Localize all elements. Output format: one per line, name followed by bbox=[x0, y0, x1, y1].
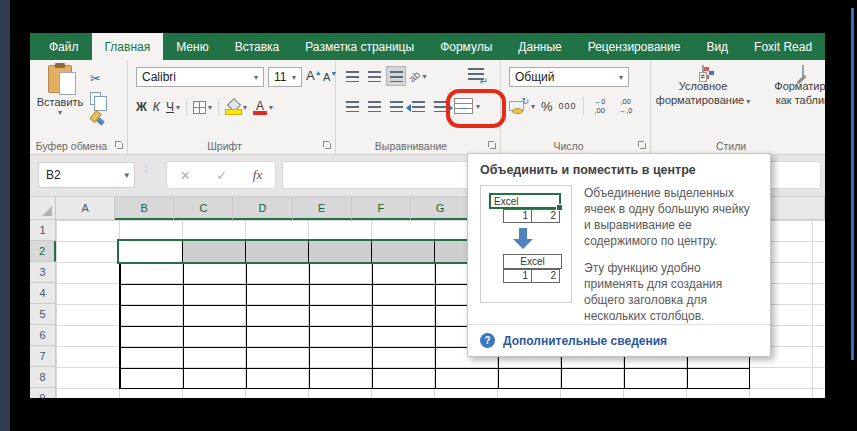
chevron-down-icon[interactable]: ▾ bbox=[34, 108, 86, 117]
cancel-icon[interactable]: ✕ bbox=[180, 168, 191, 183]
tab-review[interactable]: Рецензирование bbox=[575, 33, 694, 60]
fill-color-icon bbox=[225, 99, 241, 115]
column-header-e[interactable]: E bbox=[293, 197, 352, 220]
row-header-6[interactable]: 6 bbox=[30, 325, 56, 346]
name-box[interactable]: B2 bbox=[38, 162, 135, 188]
tab-insert[interactable]: Вставка bbox=[222, 33, 293, 60]
tab-page-layout[interactable]: Разметка страницы bbox=[292, 33, 427, 60]
row-header-8[interactable]: 8 bbox=[30, 367, 56, 388]
align-right-button[interactable] bbox=[386, 96, 406, 116]
orientation-button[interactable]: ab bbox=[408, 66, 428, 86]
group-number: Общий ↻ % 000 ←0 ,00 ,00 →,0 Число bbox=[501, 60, 651, 154]
column-header-a[interactable]: A bbox=[56, 197, 115, 220]
divider bbox=[218, 98, 219, 116]
wrap-text-button[interactable] bbox=[468, 68, 484, 82]
cut-button[interactable]: ✂ bbox=[90, 68, 120, 88]
borders-button[interactable] bbox=[193, 101, 212, 114]
tooltip-text: Объединение выделенных ячеек в одну боль… bbox=[584, 185, 758, 324]
merge-illustration: Excel 1 2 Excel 1 2 bbox=[480, 185, 572, 303]
excel-window: Файл Главная Меню Вставка Разметка стран… bbox=[30, 33, 825, 398]
format-as-table-label2: как таблиц bbox=[755, 93, 825, 107]
format-painter-button[interactable] bbox=[90, 108, 120, 128]
font-group-label: Шрифт bbox=[128, 140, 321, 152]
clipboard-group-label: Буфер обмена bbox=[30, 140, 113, 152]
font-size-combo[interactable]: 11 bbox=[268, 67, 302, 87]
increase-decimal-button[interactable]: ←0 ,00 bbox=[590, 97, 610, 115]
dialog-launcher-icon[interactable] bbox=[638, 141, 646, 149]
decrease-indent-button[interactable] bbox=[408, 96, 428, 116]
accounting-format-button[interactable]: ↻ bbox=[509, 98, 535, 114]
insert-function-button[interactable]: fx bbox=[253, 167, 262, 183]
percent-style-button[interactable]: % bbox=[541, 99, 553, 114]
clipboard-mini-buttons: ✂ bbox=[90, 68, 120, 128]
italic-button[interactable]: К bbox=[153, 100, 160, 114]
tab-foxit[interactable]: Foxit Read bbox=[741, 33, 825, 60]
number-format-combo[interactable]: Общий bbox=[509, 67, 629, 87]
chevron-down-icon[interactable]: ▾ bbox=[476, 102, 480, 111]
merge-center-icon bbox=[454, 98, 473, 114]
column-header-g[interactable]: G bbox=[411, 197, 470, 220]
dialog-launcher-icon[interactable] bbox=[488, 141, 496, 149]
align-right-icon bbox=[390, 101, 403, 112]
increase-font-button[interactable]: A▲ bbox=[306, 68, 322, 83]
font-buttons-row: Ж К Ч А bbox=[136, 96, 273, 118]
font-color-button[interactable]: А bbox=[253, 99, 273, 115]
row-header-3[interactable]: 3 bbox=[30, 262, 56, 283]
row-header-2[interactable]: 2 bbox=[30, 241, 56, 262]
divider bbox=[186, 98, 187, 116]
illustration-number-row: 1 2 bbox=[503, 269, 571, 283]
align-middle-icon bbox=[368, 71, 381, 82]
tab-file[interactable]: Файл bbox=[36, 33, 92, 60]
conditional-formatting-button[interactable]: Условное форматирование bbox=[655, 65, 751, 109]
fill-color-button[interactable] bbox=[225, 99, 247, 115]
align-middle-button[interactable] bbox=[364, 66, 384, 86]
column-header-f[interactable]: F bbox=[352, 197, 411, 220]
tab-data[interactable]: Данные bbox=[505, 33, 574, 60]
comma-style-button[interactable]: 000 bbox=[559, 101, 577, 111]
align-left-button[interactable] bbox=[342, 96, 362, 116]
decrease-decimal-button[interactable]: ,00 →,0 bbox=[616, 97, 636, 115]
divider bbox=[583, 97, 584, 115]
dialog-launcher-icon[interactable] bbox=[115, 141, 123, 149]
dialog-launcher-icon[interactable] bbox=[323, 141, 331, 149]
font-size-value: 11 bbox=[274, 70, 286, 84]
row-header-9[interactable]: 9 bbox=[30, 388, 56, 398]
column-header-b[interactable]: B bbox=[115, 197, 174, 220]
bold-button[interactable]: Ж bbox=[136, 100, 147, 114]
row-header-4[interactable]: 4 bbox=[30, 283, 56, 304]
format-as-table-button[interactable]: Форматиро как таблиц bbox=[755, 65, 825, 107]
increase-indent-button[interactable] bbox=[430, 96, 450, 116]
paste-button[interactable]: Вставить ▾ bbox=[34, 65, 86, 117]
font-name-combo[interactable]: Calibri bbox=[136, 67, 264, 87]
column-header-c[interactable]: C bbox=[174, 197, 233, 220]
tab-formulas[interactable]: Формулы bbox=[427, 33, 505, 60]
enter-icon[interactable]: ✓ bbox=[216, 168, 227, 183]
conditional-formatting-label2: форматирование bbox=[655, 93, 751, 109]
column-header-partial[interactable] bbox=[766, 197, 825, 220]
decrease-indent-icon bbox=[412, 101, 425, 112]
illustration-cell-2: 2 bbox=[531, 209, 560, 223]
desktop-background: Файл Главная Меню Вставка Разметка стран… bbox=[0, 0, 857, 431]
horizontal-align-row bbox=[342, 96, 450, 116]
formula-bar-splitter[interactable]: ⁞ bbox=[142, 164, 150, 175]
merge-and-center-button[interactable]: ▾ bbox=[454, 98, 480, 114]
vertical-align-row: ab bbox=[342, 66, 428, 86]
active-cell-b2[interactable] bbox=[119, 241, 182, 262]
row-header-7[interactable]: 7 bbox=[30, 346, 56, 367]
column-header-d[interactable]: D bbox=[233, 197, 292, 220]
format-as-table-label1: Форматиро bbox=[755, 79, 825, 93]
tab-view[interactable]: Вид bbox=[693, 33, 741, 60]
align-top-button[interactable] bbox=[342, 66, 362, 86]
select-all-button[interactable] bbox=[30, 197, 56, 220]
row-header-5[interactable]: 5 bbox=[30, 304, 56, 325]
illustration-source-cell: Excel bbox=[489, 193, 561, 209]
tab-menu[interactable]: Меню bbox=[163, 33, 221, 60]
align-bottom-button[interactable] bbox=[386, 66, 406, 86]
copy-button[interactable] bbox=[90, 88, 120, 108]
tab-home[interactable]: Главная bbox=[92, 33, 164, 60]
format-painter-icon bbox=[90, 111, 104, 125]
underline-button[interactable]: Ч bbox=[166, 100, 180, 114]
align-center-button[interactable] bbox=[364, 96, 384, 116]
more-info-link[interactable]: Дополнительные сведения bbox=[503, 334, 667, 348]
row-header-1[interactable]: 1 bbox=[30, 220, 56, 241]
